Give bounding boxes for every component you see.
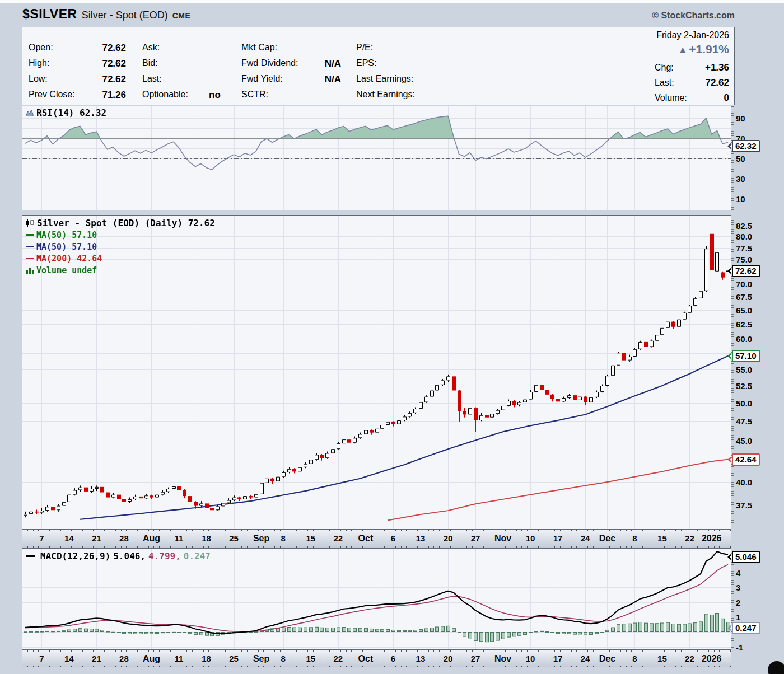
y-axis-label: 62.5: [736, 319, 752, 329]
y-axis-label: 50: [736, 154, 745, 163]
y-axis-label: 60.0: [736, 334, 752, 343]
last-value: 72.62: [705, 77, 729, 88]
quote-label: Fwd Dividend:: [241, 58, 298, 68]
x-axis-label: Sep: [253, 654, 269, 664]
x-axis-label: 21: [92, 654, 101, 663]
callout-arrow-icon: [730, 626, 732, 630]
macd-legend-name: MACD(12,26,9): [40, 551, 110, 561]
x-axis-label: 18: [202, 533, 211, 543]
percent-change-value: +1.91%: [689, 43, 729, 55]
quote-label: Mkt Cap:: [241, 43, 277, 53]
tick-marks: [22, 650, 731, 652]
quote-label: Next Earnings:: [356, 90, 415, 100]
callout-text: 0.247: [735, 623, 757, 633]
up-arrow-icon: ▲: [678, 44, 688, 55]
y-axis-label: 50.0: [736, 398, 752, 408]
price-value-callout: 57.10: [732, 350, 760, 362]
chg-label: Chg:: [655, 63, 674, 73]
x-axis-label: 24: [581, 533, 590, 543]
quote-label: EPS:: [356, 58, 376, 68]
stockcharts-copyright: © StockCharts.com: [652, 11, 735, 21]
macd-plot[interactable]: [22, 549, 731, 649]
macd-value: 5.046,: [113, 551, 146, 561]
x-axis-label: 18: [202, 654, 211, 663]
x-axis-label: 8: [632, 654, 637, 663]
y-axis-label: 2: [736, 597, 740, 607]
macd-value-callout: 0.247: [732, 622, 760, 634]
volume-value: 0: [724, 92, 729, 104]
y-axis-label: 82.5: [736, 221, 752, 231]
x-axis-label: 15: [657, 533, 667, 543]
y-axis-label: 47.5: [736, 416, 752, 426]
x-axis-label: 8: [632, 533, 637, 543]
x-axis-label: 17: [553, 654, 563, 663]
top-strip: [0, 0, 784, 3]
green-dash-icon: [26, 234, 34, 236]
x-axis-label: 8: [281, 654, 286, 663]
callout-arrow-icon: [730, 144, 732, 148]
x-axis-label: Sep: [253, 533, 269, 544]
area-chart-icon: [26, 109, 34, 116]
x-axis-label: Dec: [599, 533, 615, 544]
quote-value: no: [209, 90, 221, 101]
rsi-panel: [22, 106, 731, 210]
quote-value: 71.26: [87, 90, 126, 101]
x-axis-label: 25: [229, 654, 239, 663]
quote-label: Low:: [29, 74, 48, 84]
quote-label: Ask:: [142, 43, 160, 53]
date-change-panel: Friday 2-Jan-2026 ▲+1.91% Chg: +1.36 Las…: [623, 27, 735, 105]
quote-value: 72.62: [87, 58, 126, 69]
y-axis-label: 75.0: [736, 255, 752, 264]
y-axis-label: 45.0: [736, 436, 752, 445]
stockcharts-page: $SILVER Silver - Spot (EOD) CME © StockC…: [0, 0, 784, 674]
black-dash-icon: [26, 555, 35, 557]
quote-label: Fwd Yield:: [241, 74, 283, 84]
callout-text: 5.046: [735, 552, 757, 561]
rsi-axis-ruler: [731, 106, 734, 210]
instrument-name: Silver - Spot (EOD): [82, 10, 168, 21]
x-axis-label: 24: [581, 654, 590, 663]
x-axis-label: 27: [471, 654, 480, 663]
quote-value: N/A: [303, 58, 341, 69]
x-axis-label: Oct: [358, 533, 374, 544]
x-axis-label: 28: [119, 533, 129, 543]
callout-text: 42.64: [735, 455, 757, 464]
x-axis-label: 22: [334, 654, 343, 663]
quote-label: P/E:: [356, 43, 373, 53]
callout-text: 57.10: [735, 351, 757, 361]
legend-ma200: MA(200) 42.64: [26, 252, 215, 264]
y-axis-label: 90: [736, 114, 745, 123]
macd-signal-value: 4.799,: [148, 551, 181, 561]
price-value-callout: 72.62: [732, 265, 760, 277]
x-axis-label: 6: [391, 533, 395, 543]
rsi-plot[interactable]: [22, 106, 731, 210]
callout-arrow-icon: [730, 555, 732, 559]
macd-hist-value: 0.247: [184, 551, 211, 561]
x-axis-label: 13: [416, 533, 426, 543]
corner-dot: [768, 661, 784, 674]
x-axis-label: 15: [657, 654, 667, 663]
x-axis-label: 6: [391, 654, 395, 663]
rsi-legend-label: RSI(14) 62.32: [36, 107, 106, 118]
quote-date: Friday 2-Jan-2026: [656, 30, 729, 40]
macd-legend: MACD(12,26,9) 5.046, 4.799, 0.247: [26, 551, 211, 561]
quote-value: 72.62: [87, 74, 126, 85]
y-axis-label: 65.0: [736, 305, 752, 315]
price-value-callout: 42.64: [732, 453, 760, 466]
x-axis-label: 8: [281, 533, 286, 543]
y-axis-label: 40.0: [736, 478, 752, 487]
y-axis-label: 37.5: [736, 500, 752, 509]
y-axis-label: -1: [736, 642, 743, 652]
legend-ma50-green: MA(50) 57.10: [26, 229, 215, 241]
x-axis-label: 25: [229, 533, 239, 543]
quote-label: High:: [29, 58, 49, 68]
callout-text: 72.62: [735, 266, 757, 275]
legend-volume: Volume undef: [26, 264, 215, 276]
volume-label: Volume:: [655, 93, 687, 103]
chg-value: +1.36: [705, 62, 729, 73]
candlestick-icon: [26, 219, 34, 227]
percent-change: ▲+1.91%: [678, 43, 729, 56]
quote-label: Last Earnings:: [356, 74, 413, 84]
x-axis-label: Aug: [143, 654, 160, 664]
x-axis-label: 14: [64, 533, 74, 543]
